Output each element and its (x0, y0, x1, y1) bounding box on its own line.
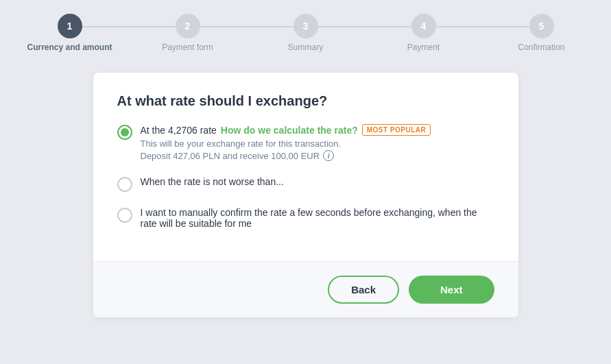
option-1-sub1: This will be your exchange rate for this… (141, 138, 431, 149)
back-button[interactable]: Back (328, 276, 399, 304)
card-title: At what rate should I exchange? (117, 93, 494, 109)
connector-4 (424, 26, 542, 27)
radio-btn-1 (117, 125, 132, 140)
connector-2 (188, 26, 306, 27)
radio-btn-3 (117, 208, 132, 223)
step-label-4: Payment (407, 43, 440, 52)
option-3-main: I want to manually confirm the rate a fe… (141, 207, 494, 229)
step-circle-1: 1 (58, 14, 82, 38)
info-icon[interactable]: i (323, 150, 334, 161)
card-footer: Back Next (93, 261, 518, 317)
step-3: 3 Summary (247, 14, 365, 52)
step-1: 1 Currency and amount (11, 14, 129, 52)
step-2: 2 Payment form (129, 14, 247, 52)
option-2-main: When the rate is not worse than... (141, 176, 284, 187)
option-2-prefix: When the rate is not worse than... (141, 176, 284, 187)
card-body: At what rate should I exchange? At the 4… (93, 73, 518, 261)
step-label-5: Confirmation (518, 43, 564, 52)
exchange-rate-card: At what rate should I exchange? At the 4… (93, 73, 518, 317)
connector-3 (306, 26, 424, 27)
option-1-deposit-text: Deposit 427,06 PLN and receive 100,00 EU… (141, 151, 320, 161)
connector-1 (70, 26, 188, 27)
option-1[interactable]: At the 4,2706 rate How do we calculate t… (117, 124, 494, 161)
option-3-prefix: I want to manually confirm the rate a fe… (141, 207, 494, 229)
next-button[interactable]: Next (409, 276, 494, 304)
option-1-main: At the 4,2706 rate How do we calculate t… (141, 124, 431, 136)
option-1-sub2: Deposit 427,06 PLN and receive 100,00 EU… (141, 150, 431, 161)
stepper: 1 Currency and amount 2 Payment form 3 S… (11, 14, 601, 52)
rate-calc-link[interactable]: How do we calculate the rate? (221, 125, 358, 136)
option-3-content: I want to manually confirm the rate a fe… (141, 207, 494, 229)
most-popular-badge: MOST POPULAR (362, 124, 431, 136)
radio-inner-1 (121, 128, 129, 136)
step-circle-5: 5 (529, 14, 554, 38)
step-circle-4: 4 (411, 14, 436, 38)
step-label-2: Payment form (162, 43, 213, 52)
option-2-content: When the rate is not worse than... (141, 176, 284, 187)
step-circle-2: 2 (176, 14, 200, 38)
step-circle-3: 3 (293, 14, 318, 38)
option-1-prefix: At the 4,2706 rate (141, 125, 217, 136)
radio-btn-2 (117, 177, 132, 192)
step-label-3: Summary (288, 43, 323, 52)
step-4: 4 Payment (365, 14, 483, 52)
step-label-1: Currency and amount (27, 43, 112, 52)
step-5: 5 Confirmation (483, 14, 601, 52)
option-3[interactable]: I want to manually confirm the rate a fe… (117, 207, 494, 229)
option-1-content: At the 4,2706 rate How do we calculate t… (141, 124, 431, 161)
option-2[interactable]: When the rate is not worse than... (117, 176, 494, 192)
